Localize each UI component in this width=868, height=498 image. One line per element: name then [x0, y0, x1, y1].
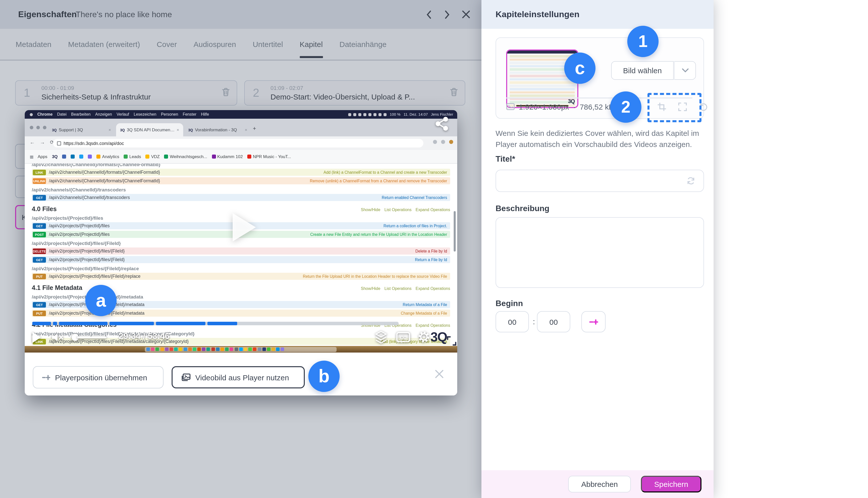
dock-app-icon	[239, 348, 243, 351]
dock-app-icon	[165, 348, 168, 351]
player-action-bar: Playerposition übernehmen Videobild aus …	[25, 353, 457, 395]
page-scrollbar[interactable]	[454, 211, 456, 251]
api-operation-row: UNLINK/api/v2/channels/{ChannelId}/forma…	[32, 177, 450, 184]
page-title: Eigenschaften	[18, 0, 77, 29]
title-label: Titel*	[496, 155, 515, 163]
api-method-chip: GET	[33, 195, 46, 200]
description-textarea[interactable]	[496, 217, 704, 288]
fullscreen-icon[interactable]	[447, 336, 457, 348]
menubar-status-icon	[358, 113, 362, 116]
tab-cover[interactable]: Cover	[157, 28, 177, 60]
close-action-bar-icon[interactable]	[434, 369, 444, 381]
cover-hint-text: Wenn Sie kein dediziertes Cover wählen, …	[496, 128, 700, 150]
dock-app-icon	[174, 348, 178, 351]
dock-app-icon	[230, 348, 233, 351]
time-colon: :	[531, 311, 537, 332]
api-op-note: Delete a File by Id	[415, 249, 447, 253]
tab-metadaten-erweitert[interactable]: Metadaten (erweitert)	[68, 28, 140, 60]
menubar-item: Personen	[161, 112, 178, 117]
trash-icon[interactable]	[222, 88, 230, 98]
share-icon[interactable]	[434, 116, 450, 133]
annotation-badge-b: b	[308, 361, 340, 392]
seek-played-segment	[109, 322, 154, 325]
tab-audiospuren[interactable]: Audiospuren	[193, 28, 236, 60]
api-op-path: /api/v2/projects/{ProjectId}/files/{File…	[49, 257, 125, 262]
bookmark-favicon-only	[80, 155, 83, 159]
bookmark-label: Analytics	[102, 154, 119, 159]
captions-icon[interactable]: CC	[396, 332, 410, 344]
tab-metadaten[interactable]: Metadaten	[16, 28, 52, 60]
time-display: 29:34 / 53:46	[119, 331, 169, 341]
menubar-item: Lesezeichen	[134, 112, 157, 117]
video-frame[interactable]: Chrome Datei Bearbeiten Anzeigen Verlauf…	[25, 110, 457, 353]
play-button[interactable]	[32, 332, 41, 343]
dock-app-icon	[202, 348, 206, 351]
menubar-status-icon	[353, 113, 356, 116]
mute-icon[interactable]	[51, 331, 64, 345]
dock-app-icon	[188, 348, 191, 351]
api-op-note: Create a new File Entity and return the …	[310, 232, 447, 237]
refresh-icon[interactable]	[686, 176, 695, 187]
dock-app-icon	[146, 348, 150, 351]
tab-untertitel[interactable]: Untertitel	[253, 28, 283, 60]
api-op-note: Add (link) a ChannelFormat to a Channel …	[324, 170, 447, 174]
api-operation-row: GET/api/v2/channels/{ChannelId}/transcod…	[32, 194, 450, 201]
api-section-links: Show/HideList OperationsExpand Operation…	[361, 286, 450, 291]
close-properties-button[interactable]	[462, 10, 470, 19]
properties-tabs: Metadaten Metadaten (erweitert) Cover Au…	[0, 29, 482, 61]
dock-app-icon	[253, 348, 257, 351]
begin-seconds-input[interactable]	[537, 311, 570, 332]
api-section-link: List Operations	[384, 286, 411, 291]
seek-bar[interactable]	[32, 322, 399, 325]
api-method-chip: DELETE	[33, 248, 46, 254]
use-video-frame-button[interactable]: Videobild aus Player nutzen	[172, 366, 305, 389]
bookmark-favicon-only	[62, 155, 66, 159]
trash-icon[interactable]	[450, 88, 458, 98]
play-overlay-icon[interactable]	[233, 213, 256, 241]
dock-app-icon	[220, 348, 224, 351]
tab-dateianhaenge[interactable]: Dateianhänge	[339, 28, 386, 60]
api-section-title: 4.0 Files	[32, 206, 57, 213]
api-method-chip: GET	[33, 257, 46, 262]
choose-image-dropdown-button[interactable]	[674, 61, 696, 80]
bookmarks-bar: ▦Apps3QAnalyticsLeadsVDZWeihnachtsgesch.…	[25, 150, 457, 163]
title-input[interactable]	[496, 170, 704, 192]
battery-percent: 100 %	[390, 112, 401, 117]
api-op-path: /api/v2/projects/{ProjectId}/files	[49, 223, 110, 228]
bookmark-label: Leads	[130, 154, 141, 159]
menubar-status-icon	[349, 113, 352, 116]
api-method-chip: GET	[33, 223, 46, 228]
save-button[interactable]: Speichern	[641, 476, 702, 493]
menubar-item: Hilfe	[201, 112, 209, 117]
dock-app-icon	[156, 348, 159, 351]
quality-layers-icon[interactable]	[375, 330, 388, 346]
bookmark-item: NPR Music - YouT...	[247, 154, 291, 159]
bookmark-item: Kudamm 102	[212, 154, 243, 159]
cancel-button[interactable]: Abbrechen	[568, 476, 631, 493]
tab-kapitel[interactable]: Kapitel	[299, 28, 323, 60]
bookmark-item: Analytics	[97, 154, 119, 159]
api-op-note: Return a File by Id	[415, 257, 447, 262]
window-control-dots	[30, 126, 46, 129]
dock-app-icon	[151, 348, 154, 351]
api-path-label: /api/v2/projects/{ProjectId}/files/{File…	[32, 266, 450, 271]
begin-minutes-input[interactable]	[496, 311, 529, 332]
chapter-card-2[interactable]: 2 01:09 - 02:07 Demo-Start: Video-Übersi…	[244, 80, 465, 106]
drawer-footer: Abbrechen Speichern	[482, 470, 714, 498]
next-item-button[interactable]	[444, 10, 451, 19]
dock-app-icon	[276, 348, 280, 351]
choose-image-button[interactable]: Bild wählen	[611, 61, 674, 80]
api-section-link: Show/Hide	[361, 286, 380, 291]
set-begin-from-player-button[interactable]	[581, 311, 606, 332]
api-op-path: /api/v2/channels/{ChannelId}/formats/{Ch…	[49, 178, 160, 183]
chapter-card-1[interactable]: 1 00:00 - 01:09 Sicherheits-Setup & Infr…	[15, 80, 237, 106]
api-method-chip: UNLINK	[33, 178, 46, 184]
cover-filesize: 786,52 kB	[580, 102, 614, 111]
bookmark-favicon	[212, 155, 216, 159]
settings-gear-icon[interactable]	[417, 330, 431, 345]
volume-slider[interactable]	[77, 336, 107, 338]
thumbnail-browser-chrome	[507, 51, 577, 54]
prev-item-button[interactable]	[425, 10, 433, 19]
take-player-position-button[interactable]: Playerposition übernehmen	[33, 366, 163, 389]
chevron-down-icon	[681, 68, 689, 73]
